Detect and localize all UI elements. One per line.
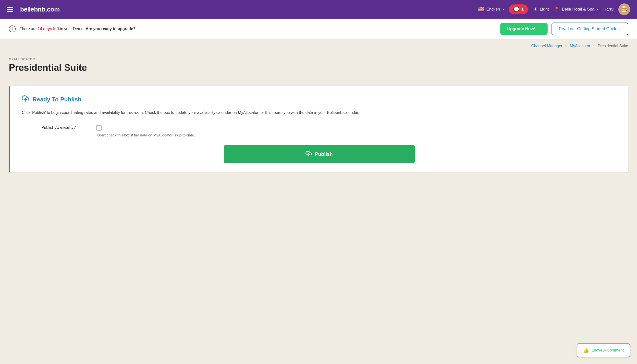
site-logo[interactable]: bellebnb.com bbox=[20, 6, 60, 13]
breadcrumb-current: Presidential Suite bbox=[598, 44, 628, 48]
hamburger-menu[interactable] bbox=[7, 7, 13, 12]
card-description: Click 'Publish' to begin coordinating ra… bbox=[22, 109, 616, 116]
getting-started-button[interactable]: Read our Getting Started Guide » bbox=[552, 22, 628, 35]
theme-label: Light bbox=[540, 7, 549, 12]
publish-availability-label: Publish Availability? bbox=[42, 125, 90, 130]
publish-availability-row: Publish Availability? Don't check this b… bbox=[22, 125, 616, 137]
user-name[interactable]: Harry bbox=[603, 7, 614, 12]
property-name: Belle Hotel & Spa bbox=[562, 7, 594, 12]
days-left-text: 14 days left bbox=[38, 27, 59, 31]
demo-banner: i There are 14 days left in your Demo. A… bbox=[0, 18, 637, 40]
card-title-row: Ready To Publish bbox=[22, 95, 616, 104]
card-section: Ready To Publish Click 'Publish' to begi… bbox=[0, 80, 637, 178]
page-header: MYALLOCATOR Presidential Suite bbox=[0, 53, 637, 80]
breadcrumb-myallocator[interactable]: MyAllocator bbox=[570, 44, 590, 48]
breadcrumb-channel-manager[interactable]: Channel Manager bbox=[531, 44, 562, 48]
publish-upload-icon bbox=[306, 150, 312, 158]
info-icon: i bbox=[9, 26, 16, 32]
theme-toggle[interactable]: ☀ Light bbox=[533, 6, 549, 12]
sun-icon: ☀ bbox=[533, 6, 538, 12]
language-dropdown-arrow: ▾ bbox=[502, 8, 504, 11]
language-selector[interactable]: 🇺🇸 English ▾ bbox=[478, 6, 504, 12]
navbar: bellebnb.com 🇺🇸 English ▾ 💬 1 ☀ Light 📍 … bbox=[0, 0, 637, 18]
chat-button[interactable]: 💬 1 bbox=[509, 4, 528, 14]
leave-comment-label: Leave A Comment bbox=[592, 348, 624, 352]
leave-comment-button[interactable]: 👍 Leave A Comment bbox=[577, 344, 630, 357]
language-label: English bbox=[486, 7, 500, 12]
breadcrumb: Channel Manager › MyAllocator › Presiden… bbox=[531, 44, 628, 48]
upgrade-button[interactable]: Upgrade Now! → bbox=[500, 23, 548, 35]
page-title: Presidential Suite bbox=[9, 62, 628, 73]
avatar[interactable]: 👨‍🍳 bbox=[618, 4, 630, 15]
publish-availability-controls: Don't check this box if the data on MyAl… bbox=[96, 125, 195, 137]
page-supertitle: MYALLOCATOR bbox=[9, 58, 628, 61]
banner-text: There are 14 days left in your Demo. Are… bbox=[20, 27, 136, 31]
chat-icon: 💬 bbox=[513, 6, 520, 12]
breadcrumb-sep-2: › bbox=[594, 44, 594, 48]
checkbox-help-text: Don't check this box if the data on MyAl… bbox=[97, 133, 195, 137]
breadcrumb-sep-1: › bbox=[566, 44, 567, 48]
breadcrumb-bar: Channel Manager › MyAllocator › Presiden… bbox=[0, 40, 637, 53]
location-icon: 📍 bbox=[554, 6, 560, 12]
ready-to-publish-card: Ready To Publish Click 'Publish' to begi… bbox=[9, 86, 628, 172]
publish-availability-checkbox[interactable] bbox=[96, 125, 102, 130]
flag-icon: 🇺🇸 bbox=[478, 6, 484, 12]
thumbs-up-icon: 👍 bbox=[583, 347, 589, 353]
upload-icon bbox=[22, 95, 29, 104]
card-title: Ready To Publish bbox=[32, 96, 82, 103]
property-dropdown-arrow: ▾ bbox=[597, 8, 598, 11]
publish-button[interactable]: Publish bbox=[224, 145, 415, 164]
chat-count: 1 bbox=[521, 7, 524, 12]
property-selector[interactable]: 📍 Belle Hotel & Spa ▾ bbox=[554, 6, 598, 12]
publish-button-label: Publish bbox=[315, 152, 332, 157]
